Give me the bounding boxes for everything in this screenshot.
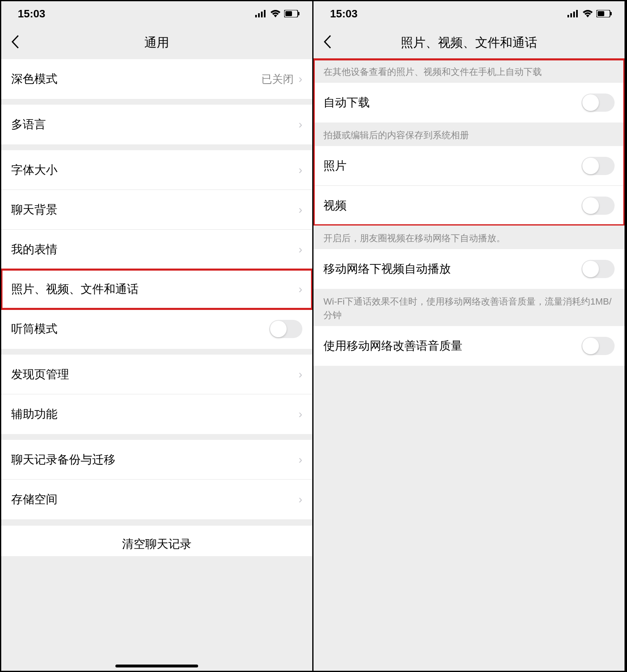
svg-rect-9 (573, 12, 575, 17)
row-discover[interactable]: 发现页管理 › (1, 355, 312, 394)
row-earpiece-mode[interactable]: 听筒模式 (1, 309, 312, 349)
row-label: 聊天背景 (11, 202, 57, 218)
row-label: 发现页管理 (11, 367, 69, 382)
row-font-size[interactable]: 字体大小 › (1, 150, 312, 190)
section-header-voip: Wi-Fi下通话效果不佳时，使用移动网络改善语音质量，流量消耗约1MB/分钟 (314, 289, 625, 326)
row-label: 聊天记录备份与迁移 (11, 452, 115, 468)
row-save-photo[interactable]: 照片 (314, 146, 625, 186)
row-label: 我的表情 (11, 242, 57, 257)
content-right: 在其他设备查看的照片、视频和文件在手机上自动下载 自动下载 拍摄或编辑后的内容保… (314, 59, 625, 671)
row-stickers[interactable]: 我的表情 › (1, 230, 312, 269)
row-label: 存储空间 (11, 492, 57, 507)
row-accessibility[interactable]: 辅助功能 › (1, 394, 312, 434)
clear-label: 清空聊天记录 (122, 538, 191, 550)
row-label: 听筒模式 (11, 321, 57, 337)
toggle-save-video[interactable] (582, 197, 615, 215)
home-indicator[interactable] (115, 665, 198, 667)
battery-icon (596, 7, 612, 20)
row-label: 自动下载 (323, 95, 370, 110)
toggle-voip[interactable] (582, 337, 615, 355)
chevron-right-icon: › (299, 204, 302, 216)
chevron-right-icon: › (299, 164, 302, 176)
svg-rect-7 (567, 15, 569, 17)
status-bar: 15:03 (314, 1, 625, 26)
row-label: 照片、视频、文件和通话 (11, 281, 139, 297)
chevron-right-icon: › (299, 408, 302, 420)
clear-chat-history[interactable]: 清空聊天记录 (1, 525, 312, 556)
content-left: 深色模式 已关闭 › 多语言 › 字体大小 › 聊天背景 › (1, 59, 312, 671)
chevron-right-icon: › (299, 244, 302, 255)
wifi-icon (582, 7, 593, 20)
back-icon[interactable] (11, 35, 19, 51)
signal-icon (567, 7, 579, 20)
svg-rect-10 (576, 10, 578, 17)
nav-bar: 通用 (1, 26, 312, 59)
toggle-auto-download[interactable] (582, 94, 615, 112)
row-media-files[interactable]: 照片、视频、文件和通话 › (1, 269, 312, 309)
svg-rect-3 (264, 10, 266, 17)
row-auto-download[interactable]: 自动下载 (314, 83, 625, 122)
signal-icon (255, 7, 267, 20)
back-icon[interactable] (323, 35, 332, 51)
row-label: 多语言 (11, 117, 46, 132)
nav-bar: 照片、视频、文件和通话 (314, 26, 625, 59)
status-time: 15:03 (330, 7, 358, 20)
highlighted-section: 在其他设备查看的照片、视频和文件在手机上自动下载 自动下载 拍摄或编辑后的内容保… (314, 59, 625, 226)
chevron-right-icon: › (299, 283, 302, 295)
chevron-right-icon: › (299, 119, 302, 130)
chevron-right-icon: › (299, 369, 302, 380)
toggle-autoplay[interactable] (582, 260, 615, 278)
row-label: 使用移动网络改善语音质量 (323, 338, 462, 354)
row-label: 视频 (323, 198, 347, 214)
svg-rect-0 (255, 15, 257, 17)
page-title: 通用 (144, 34, 169, 51)
battery-icon (284, 7, 300, 20)
wifi-icon (270, 7, 281, 20)
svg-rect-6 (298, 12, 299, 15)
row-label: 辅助功能 (11, 406, 57, 422)
toggle-earpiece[interactable] (269, 320, 302, 338)
row-label: 移动网络下视频自动播放 (323, 261, 451, 277)
svg-rect-13 (610, 12, 612, 15)
chevron-right-icon: › (299, 73, 302, 85)
phone-left: 15:03 通用 深色模式 已关闭 › 多语言 › (1, 1, 314, 671)
row-value: 已关闭 (261, 72, 294, 86)
row-chat-backup[interactable]: 聊天记录备份与迁移 › (1, 440, 312, 480)
page-title: 照片、视频、文件和通话 (401, 34, 537, 51)
row-label: 深色模式 (11, 71, 57, 87)
section-header-save: 拍摄或编辑后的内容保存到系统相册 (314, 122, 625, 146)
row-save-video[interactable]: 视频 (314, 186, 625, 226)
status-time: 15:03 (18, 7, 45, 20)
status-icons (567, 7, 612, 20)
phone-right: 15:03 照片、视频、文件和通话 在其他设备查看的照片、视频和文件在手机上自动… (314, 1, 626, 671)
status-icons (255, 7, 300, 20)
svg-rect-2 (261, 12, 263, 17)
row-autoplay-mobile[interactable]: 移动网络下视频自动播放 (314, 249, 625, 289)
chevron-right-icon: › (299, 494, 302, 505)
row-label: 字体大小 (11, 162, 57, 178)
svg-rect-12 (598, 11, 604, 16)
row-voip-mobile[interactable]: 使用移动网络改善语音质量 (314, 326, 625, 366)
row-multi-lang[interactable]: 多语言 › (1, 105, 312, 144)
section-header-auto-download: 在其他设备查看的照片、视频和文件在手机上自动下载 (314, 59, 625, 83)
row-storage[interactable]: 存储空间 › (1, 480, 312, 519)
section-header-autoplay: 开启后，朋友圈视频在移动网络下自动播放。 (314, 226, 625, 249)
row-dark-mode[interactable]: 深色模式 已关闭 › (1, 59, 312, 99)
status-bar: 15:03 (1, 1, 312, 26)
row-label: 照片 (323, 158, 347, 174)
toggle-save-photo[interactable] (582, 157, 615, 175)
svg-rect-8 (570, 13, 572, 17)
chevron-right-icon: › (299, 454, 302, 466)
svg-rect-5 (285, 11, 292, 16)
row-chat-bg[interactable]: 聊天背景 › (1, 190, 312, 230)
svg-rect-1 (258, 13, 260, 17)
